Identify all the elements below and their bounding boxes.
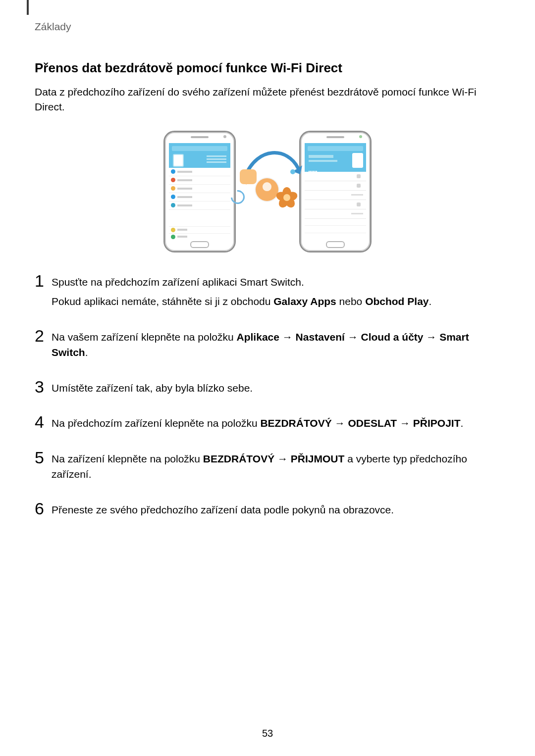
step-6: 6 Přeneste ze svého předchozího zařízení… [35,500,500,522]
step-text: Na vašem zařízení klepněte na položku Ap… [52,329,500,360]
step-number: 1 [35,272,52,289]
step-body: Spusťte na předchozím zařízení aplikaci … [52,272,500,313]
steps-list: 1 Spusťte na předchozím zařízení aplikac… [35,272,500,522]
intro-paragraph: Data z předchozího zařízení do svého zař… [35,85,500,115]
step-5: 5 Na zařízení klepněte na položku BEZDRÁ… [35,449,500,486]
step-body: Na předchozím zařízení klepněte na polož… [52,413,500,435]
flower-icon [276,187,297,208]
manual-page: Základy Přenos dat bezdrátově pomocí fun… [0,0,535,756]
step-2: 2 Na vašem zařízení klepněte na položku … [35,327,500,364]
step-body: Přeneste ze svého předchozího zařízení d… [52,500,500,522]
step-number: 3 [35,378,52,395]
transfer-illustration [163,129,372,252]
step-3: 3 Umístěte zařízení tak, aby byla blízko… [35,378,500,400]
header-mark [27,0,29,15]
step-1: 1 Spusťte na předchozím zařízení aplikac… [35,272,500,313]
step-number: 2 [35,327,52,344]
step-text: Na zařízení klepněte na položku BEZDRÁTO… [52,451,500,482]
message-bubble-icon [240,169,257,184]
step-text: Spusťte na předchozím zařízení aplikaci … [52,274,500,290]
content-cluster-icon [238,168,297,208]
step-text: Na předchozím zařízení klepněte na polož… [52,415,500,431]
step-number: 4 [35,413,52,430]
step-4: 4 Na předchozím zařízení klepněte na pol… [35,413,500,435]
illustration-wrap [35,129,500,252]
step-body: Na zařízení klepněte na položku BEZDRÁTO… [52,449,500,486]
step-text: Umístěte zařízení tak, aby byla blízko s… [52,380,500,396]
phone-left-icon [163,131,236,252]
transfer-arrow-icon [238,144,297,218]
avatar-icon [256,178,278,201]
page-number: 53 [0,728,535,739]
phone-right-icon [299,131,372,252]
step-text: Pokud aplikaci nemáte, stáhněte si ji z … [52,294,500,309]
step-body: Na vašem zařízení klepněte na položku Ap… [52,327,500,364]
step-text: Přeneste ze svého předchozího zařízení d… [52,502,500,518]
step-number: 6 [35,500,52,517]
page-title: Přenos dat bezdrátově pomocí funkce Wi-F… [35,60,500,76]
section-label: Základy [35,21,500,33]
step-number: 5 [35,449,52,466]
step-body: Umístěte zařízení tak, aby byla blízko s… [52,378,500,400]
